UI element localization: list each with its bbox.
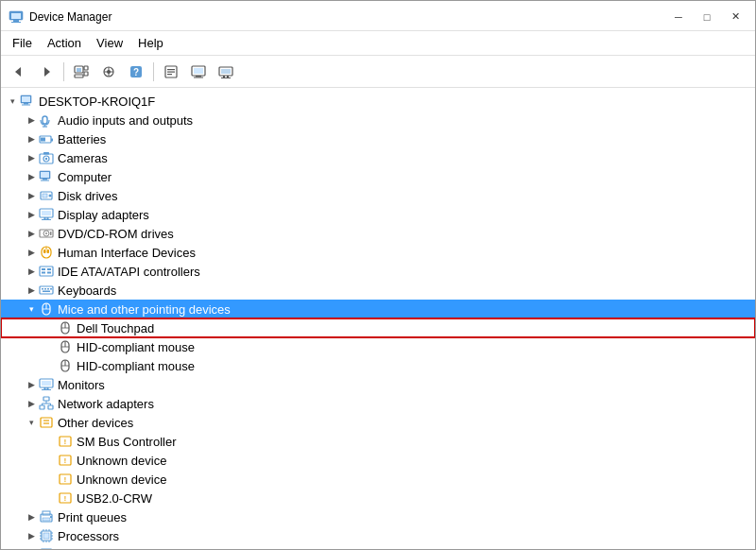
computer-view-button[interactable]: [69, 60, 94, 84]
mice-label: Mice and other pointing devices: [58, 302, 231, 317]
expand-root[interactable]: ▾: [5, 94, 20, 109]
properties-button[interactable]: [159, 60, 183, 84]
svg-rect-1: [11, 13, 21, 19]
expand-print[interactable]: ▶: [24, 509, 39, 524]
tree-root[interactable]: ▾ DESKTOP-KROIQ1F: [1, 92, 755, 111]
svg-point-42: [45, 158, 47, 160]
svg-rect-115: [43, 533, 49, 539]
back-icon: [11, 64, 26, 79]
expand-computer[interactable]: ▶: [24, 169, 39, 184]
expand-audio[interactable]: ▶: [24, 112, 39, 128]
tree-item-hid-mouse-2[interactable]: HID-compliant mouse: [1, 356, 755, 375]
usb-label: USB2.0-CRW: [77, 491, 152, 506]
computer-view-icon: [74, 64, 89, 79]
menu-file[interactable]: File: [5, 34, 40, 52]
tree-item-cameras[interactable]: ▶ Cameras: [1, 148, 755, 167]
processors-label: Processors: [58, 529, 119, 543]
expand-mice[interactable]: ▾: [24, 301, 39, 317]
help-icon: ?: [129, 64, 144, 79]
svg-rect-29: [221, 77, 231, 78]
svg-text:!: !: [64, 457, 66, 464]
svg-rect-55: [42, 219, 51, 220]
tree-item-hid-mouse-1[interactable]: HID-compliant mouse: [1, 337, 755, 356]
network-label: Network adapters: [58, 397, 154, 411]
expand-ide[interactable]: ▶: [24, 264, 39, 279]
tree-item-usb[interactable]: ! USB2.0-CRW: [1, 489, 755, 507]
expand-other[interactable]: ▾: [24, 415, 39, 430]
tree-item-unknown-2[interactable]: ! Unknown device: [1, 470, 755, 489]
tree-item-unknown-1[interactable]: ! Unknown device: [1, 451, 755, 470]
monitors-label: Monitors: [58, 378, 105, 392]
tree-item-smbus[interactable]: ! SM Bus Controller: [1, 432, 755, 451]
ide-label: IDE ATA/ATAPI controllers: [58, 265, 200, 279]
svg-rect-39: [51, 139, 53, 142]
svg-rect-99: [41, 418, 52, 427]
expand-disk[interactable]: ▶: [24, 188, 39, 203]
tree-item-processors[interactable]: ▶: [1, 526, 755, 545]
tree-item-software[interactable]: ▶ Software devices: [1, 545, 755, 549]
computer-icon: [20, 94, 35, 109]
tree-item-hid[interactable]: ▶ Human Interface Devices: [1, 243, 755, 262]
title-bar-controls: ─ □ ✕: [666, 8, 747, 26]
tree-item-batteries[interactable]: ▶ Batteries: [1, 129, 755, 148]
forward-button[interactable]: [34, 60, 59, 84]
hid-mouse-1-label: HID-compliant mouse: [77, 340, 195, 354]
svg-rect-59: [50, 232, 52, 235]
svg-rect-112: [43, 518, 50, 521]
tree-item-ide[interactable]: ▶ IDE ATA/ATAPI controllers: [1, 262, 755, 281]
svg-rect-68: [47, 272, 51, 274]
help-button[interactable]: ?: [124, 60, 148, 84]
tree-item-dell-touchpad[interactable]: Dell Touchpad: [1, 318, 755, 337]
svg-rect-31: [22, 96, 30, 102]
expand-processors[interactable]: ▶: [24, 528, 39, 543]
svg-rect-88: [42, 381, 51, 386]
svg-rect-73: [50, 288, 52, 290]
touchpad-icon: [58, 320, 73, 335]
unknown-2-icon: !: [58, 472, 73, 487]
maximize-button[interactable]: □: [695, 8, 719, 26]
close-button[interactable]: ✕: [723, 8, 747, 26]
expand-hid[interactable]: ▶: [24, 245, 39, 260]
tree-item-mice[interactable]: ▾ Mice and other pointing devices: [1, 300, 755, 318]
expand-cameras[interactable]: ▶: [24, 150, 39, 165]
back-button[interactable]: [7, 60, 31, 84]
display-button[interactable]: [214, 60, 238, 84]
minimize-button[interactable]: ─: [666, 8, 691, 26]
tree-item-disk[interactable]: ▶ Disk drives: [1, 186, 755, 205]
menu-view[interactable]: View: [89, 34, 130, 52]
expand-batteries[interactable]: ▶: [24, 131, 39, 146]
tree-item-network[interactable]: ▶ Network adapters: [1, 394, 755, 413]
svg-rect-67: [47, 268, 51, 270]
smbus-label: SM Bus Controller: [77, 435, 176, 449]
audio-label: Audio inputs and outputs: [58, 113, 193, 128]
expand-dvd[interactable]: ▶: [24, 226, 39, 241]
device-tree[interactable]: ▾ DESKTOP-KROIQ1F ▶: [1, 88, 755, 549]
tree-item-dvd[interactable]: ▶ DVD/CD-ROM drives: [1, 224, 755, 243]
expand-keyboards[interactable]: ▶: [24, 283, 39, 298]
tree-item-keyboards[interactable]: ▶ Keyboards: [1, 281, 755, 300]
expand-software[interactable]: ▶: [24, 547, 39, 549]
update-button[interactable]: [186, 60, 211, 84]
update-icon: [191, 64, 206, 79]
expand-network[interactable]: ▶: [24, 396, 39, 411]
expand-monitors[interactable]: ▶: [24, 377, 39, 392]
tree-item-display[interactable]: ▶ Display adapters: [1, 205, 755, 224]
network-button[interactable]: [96, 60, 121, 84]
svg-rect-2: [13, 20, 19, 22]
menu-action[interactable]: Action: [40, 34, 89, 52]
tree-item-other[interactable]: ▾ Other devices: [1, 413, 755, 432]
properties-icon: [163, 64, 179, 79]
batteries-label: Batteries: [58, 132, 106, 146]
svg-rect-91: [42, 389, 51, 390]
cameras-label: Cameras: [58, 151, 108, 165]
menu-help[interactable]: Help: [130, 34, 171, 52]
svg-rect-9: [84, 72, 88, 76]
tree-item-audio[interactable]: ▶ Audio inputs and outputs: [1, 111, 755, 129]
tree-item-computer[interactable]: ▶ Computer: [1, 167, 755, 186]
toolbar-separator-2: [153, 62, 154, 81]
expand-display[interactable]: ▶: [24, 207, 39, 222]
svg-rect-27: [223, 76, 225, 77]
tree-item-monitors[interactable]: ▶ Monitors: [1, 375, 755, 394]
tree-item-print[interactable]: ▶ Print queues: [1, 507, 755, 526]
unknown-2-label: Unknown device: [77, 473, 166, 487]
